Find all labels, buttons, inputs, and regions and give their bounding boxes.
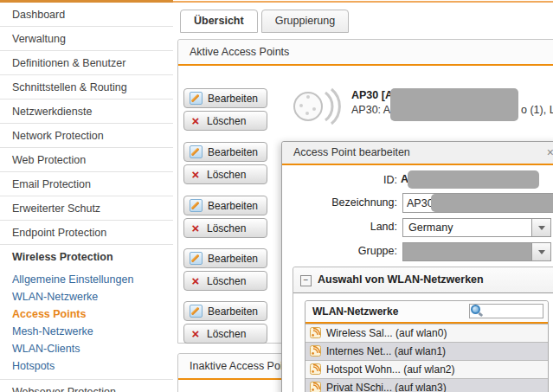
tab-uebersicht[interactable]: Übersicht	[180, 10, 258, 33]
redacted-ap-info	[390, 88, 518, 121]
close-icon[interactable]: ×	[547, 142, 553, 164]
search-icon[interactable]	[471, 305, 483, 317]
country-label: Land:	[285, 221, 397, 233]
edit-pencil-icon	[190, 199, 203, 212]
delete-x-icon: ×	[190, 169, 202, 180]
sidebar-item-wireless-protection[interactable]: Wireless Protection	[0, 245, 173, 268]
edit-button-label: Bearbeiten	[208, 146, 258, 158]
chevron-down-icon	[531, 219, 550, 236]
edit-button-label: Bearbeiten	[208, 253, 258, 265]
wlan-network-label: Hotspot Wohn... (auf wlan2)	[326, 363, 455, 376]
edit-button-label: Bearbeiten	[208, 305, 258, 318]
delete-button[interactable]: × Löschen	[183, 111, 267, 131]
delete-button[interactable]: × Löschen	[183, 164, 267, 184]
edit-button[interactable]: Bearbeiten	[183, 196, 267, 215]
access-point-edit-dialog: Access Point bearbeiten × ID: A Bezeichn…	[281, 141, 553, 392]
wlan-network-row[interactable]: Privat NSchi... (auf wlan3)	[305, 378, 548, 392]
country-select[interactable]: Germany	[402, 218, 551, 237]
delete-button-label: Löschen	[207, 115, 246, 127]
wifi-icon	[310, 363, 321, 375]
wlan-table-title: WLAN-Netzwerke	[312, 305, 398, 318]
active-panel-title: Aktive Access Points	[178, 40, 553, 66]
sidebar-item-network-protection[interactable]: Network Protection	[0, 124, 173, 148]
edit-pencil-icon	[190, 92, 203, 105]
sidebar-item-allgemeine-einstellungen[interactable]: Allgemeine Einstellungen	[0, 271, 173, 288]
edit-button-label: Bearbeiten	[208, 93, 258, 105]
wlan-network-row[interactable]: Wireless Sal... (auf wlan0)	[305, 324, 548, 342]
dialog-header: Access Point bearbeiten ×	[282, 142, 553, 165]
wlan-network-label: Internes Net... (auf wlan1)	[326, 345, 446, 357]
group-label: Gruppe:	[285, 245, 397, 257]
delete-x-icon: ×	[190, 222, 202, 234]
redacted-id-value	[408, 170, 539, 189]
sidebar-item-webserver-protection[interactable]: Webserver Protection	[0, 380, 173, 392]
wlan-selection-header: − Auswahl von WLAN-Netzwerken	[293, 267, 553, 293]
sidebar-item-dashboard[interactable]: Dashboard	[0, 3, 173, 27]
country-select-value: Germany	[408, 222, 453, 234]
sidebar-item-email-protection[interactable]: Email Protection	[0, 172, 173, 196]
wlan-network-row[interactable]: Hotspot Wohn... (auf wlan2)	[305, 360, 548, 378]
wlan-network-table: WLAN-Netzwerke Wireless Sal... (auf wlan…	[305, 300, 549, 392]
wlan-selection-title: Auswahl von WLAN-Netzwerken	[318, 273, 484, 286]
edit-pencil-icon	[190, 145, 203, 158]
delete-x-icon: ×	[190, 328, 202, 339]
sidebar-item-web-protection[interactable]: Web Protection	[0, 148, 173, 172]
delete-button[interactable]: × Löschen	[183, 218, 267, 238]
edit-button[interactable]: Bearbeiten	[183, 142, 267, 162]
tab-bar: Übersicht Gruppierung	[180, 10, 349, 33]
content-top-rule	[173, 1, 553, 3]
group-select[interactable]	[402, 242, 551, 261]
sidebar-subnav-wireless: Allgemeine Einstellungen WLAN-Netzwerke …	[0, 268, 173, 380]
edit-button-label: Bearbeiten	[208, 200, 258, 212]
sidebar-item-wlan-netzwerke[interactable]: WLAN-Netzwerke	[0, 288, 173, 305]
edit-button[interactable]: Bearbeiten	[183, 88, 267, 108]
sidebar-item-verwaltung[interactable]: Verwaltung	[0, 27, 173, 51]
sidebar-item-hotspots[interactable]: Hotspots	[0, 357, 173, 375]
wifi-icon	[310, 345, 321, 357]
name-label: Bezeichnung:	[285, 196, 397, 209]
redacted-name-value	[431, 194, 553, 212]
sidebar: Dashboard Verwaltung Definitionen & Benu…	[0, 3, 173, 392]
sidebar-item-netzwerkdienste[interactable]: Netzwerkdienste	[0, 100, 173, 124]
sidebar-item-access-points[interactable]: Access Points	[0, 305, 173, 323]
access-point-icon	[291, 87, 341, 129]
chevron-down-icon	[531, 243, 550, 260]
wifi-icon	[310, 382, 321, 392]
sidebar-item-schnittstellen-routing[interactable]: Schnittstellen & Routing	[0, 75, 173, 100]
delete-button-label: Löschen	[207, 222, 246, 235]
sidebar-item-mesh-netzwerke[interactable]: Mesh-Netzwerke	[0, 323, 173, 340]
delete-button[interactable]: × Löschen	[183, 324, 267, 344]
delete-button[interactable]: × Löschen	[183, 271, 267, 291]
delete-button-label: Löschen	[207, 328, 246, 340]
ap-details-suffix: o (1), La	[521, 104, 553, 116]
wlan-selection-section: − Auswahl von WLAN-Netzwerken WLAN-Netzw…	[293, 267, 553, 392]
edit-pencil-icon	[190, 252, 203, 265]
edit-pencil-icon	[190, 305, 203, 318]
tab-gruppierung[interactable]: Gruppierung	[261, 10, 350, 33]
wlan-network-row[interactable]: Internes Net... (auf wlan1)	[305, 342, 548, 360]
wlan-network-label: Privat NSchi... (auf wlan3)	[326, 382, 447, 392]
delete-x-icon: ×	[190, 275, 202, 286]
delete-x-icon: ×	[190, 115, 202, 126]
sidebar-item-endpoint-protection[interactable]: Endpoint Protection	[0, 221, 173, 245]
delete-button-label: Löschen	[207, 275, 246, 287]
sidebar-item-definitionen-benutzer[interactable]: Definitionen & Benutzer	[0, 51, 173, 75]
delete-button-label: Löschen	[207, 169, 246, 181]
edit-button[interactable]: Bearbeiten	[183, 301, 267, 321]
sidebar-item-wlan-clients[interactable]: WLAN-Clients	[0, 340, 173, 357]
collapse-icon[interactable]: −	[300, 275, 312, 286]
id-label: ID:	[285, 174, 397, 186]
wifi-icon	[310, 327, 321, 338]
edit-button[interactable]: Bearbeiten	[183, 248, 267, 268]
dialog-title: Access Point bearbeiten	[293, 146, 410, 158]
wlan-network-label: Wireless Sal... (auf wlan0)	[326, 327, 447, 339]
search-box	[469, 304, 543, 318]
sidebar-item-erweiterter-schutz[interactable]: Erweiterter Schutz	[0, 196, 173, 221]
wlan-table-header: WLAN-Netzwerke	[305, 301, 548, 324]
